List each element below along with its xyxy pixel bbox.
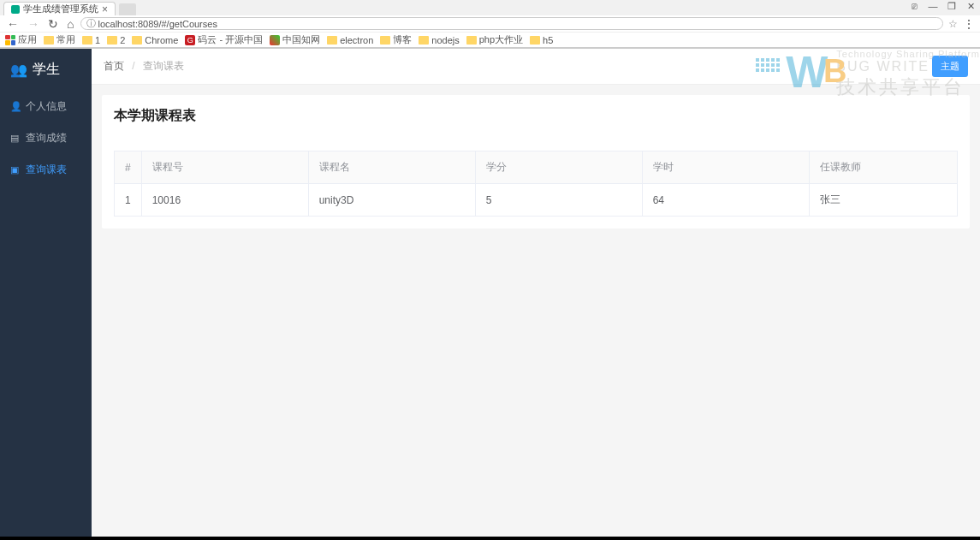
folder-icon — [107, 36, 117, 45]
bookmark-gitee[interactable]: G码云 - 开源中国 — [185, 33, 263, 46]
url-text: localhost:8089/#/getCourses — [98, 19, 217, 29]
td-course-no: 10016 — [141, 184, 308, 217]
bookmark-folder[interactable]: 1 — [82, 35, 100, 45]
sidebar-item-profile[interactable]: 👤 个人信息 — [0, 91, 92, 122]
folder-icon — [132, 36, 142, 45]
breadcrumb-current: 查询课表 — [143, 60, 184, 72]
account-icon[interactable]: ⎚ — [908, 2, 920, 10]
breadcrumb: 首页 / 查询课表 — [104, 59, 184, 74]
sidebar-title: 学生 — [33, 61, 60, 79]
forward-button[interactable]: → — [26, 17, 41, 31]
folder-icon — [327, 36, 337, 45]
maximize-icon[interactable]: ❐ — [946, 2, 958, 10]
user-icon: 👤 — [10, 101, 21, 112]
th-course-no: 课程号 — [141, 151, 308, 184]
breadcrumb-home[interactable]: 首页 — [104, 60, 124, 72]
td-hours: 64 — [642, 184, 809, 217]
url-bar[interactable]: ⓘ localhost:8089/#/getCourses — [80, 17, 943, 30]
td-teacher: 张三 — [809, 184, 957, 217]
breadcrumb-separator: / — [132, 60, 134, 72]
nav-label: 个人信息 — [26, 99, 67, 114]
cnki-icon — [270, 35, 280, 45]
bookmark-folder[interactable]: 2 — [107, 35, 125, 45]
bookmark-folder[interactable]: 常用 — [44, 33, 75, 46]
bookmark-folder[interactable]: electron — [327, 35, 373, 45]
th-teacher: 任课教师 — [809, 151, 957, 184]
course-card: 本学期课程表 # 课程号 课程名 学分 学时 任课教师 — [102, 95, 970, 228]
taskbar — [0, 537, 980, 540]
sidebar-header: 👥 学生 — [0, 49, 92, 91]
sidebar-item-grades[interactable]: ▤ 查询成绩 — [0, 122, 92, 154]
folder-icon — [44, 36, 54, 45]
menu-icon[interactable]: ⋮ — [963, 17, 975, 31]
bookmark-folder[interactable]: h5 — [530, 35, 553, 45]
td-course-name: unity3D — [308, 184, 475, 217]
folder-icon — [530, 36, 540, 45]
th-hours: 学时 — [642, 151, 809, 184]
bookmark-folder[interactable]: 博客 — [380, 33, 412, 46]
tab-title: 学生成绩管理系统 — [23, 3, 98, 15]
nav-label: 查询成绩 — [26, 131, 67, 145]
bookmark-folder[interactable]: nodejs — [419, 35, 459, 45]
bookmark-folder[interactable]: Chrome — [132, 35, 178, 45]
td-credit: 5 — [475, 184, 642, 217]
apps-label: 应用 — [18, 33, 37, 46]
folder-icon — [419, 36, 429, 45]
back-button[interactable]: ← — [5, 17, 21, 31]
sidebar: 👥 学生 👤 个人信息 ▤ 查询成绩 ▣ 查询课表 — [0, 49, 92, 540]
sidebar-item-courses[interactable]: ▣ 查询课表 — [0, 154, 92, 186]
folder-icon — [466, 36, 477, 45]
home-button[interactable]: ⌂ — [65, 17, 75, 31]
theme-button[interactable]: 主题 — [932, 56, 968, 77]
course-table: # 课程号 课程名 学分 学时 任课教师 1 10016 unity3D — [114, 151, 958, 217]
td-index: 1 — [115, 184, 142, 217]
bookmarks-bar: 应用 常用 1 2 Chrome G码云 - 开源中国 中国知网 electro… — [0, 33, 980, 48]
list-icon: ▤ — [10, 133, 21, 144]
tab-close-icon[interactable]: × — [102, 3, 108, 15]
th-index: # — [115, 151, 142, 184]
folder-icon — [82, 36, 92, 45]
nav-label: 查询课表 — [26, 163, 67, 177]
book-icon: ▣ — [10, 164, 21, 175]
favicon-icon — [11, 5, 20, 14]
table-row: 1 10016 unity3D 5 64 张三 — [115, 184, 958, 217]
bookmark-star-icon[interactable]: ☆ — [948, 18, 958, 30]
th-course-name: 课程名 — [308, 151, 475, 184]
bookmark-cnki[interactable]: 中国知网 — [270, 33, 320, 46]
apps-bookmark[interactable]: 应用 — [5, 33, 37, 46]
apps-icon — [5, 35, 15, 45]
users-icon: 👥 — [10, 62, 27, 78]
table-header-row: # 课程号 课程名 学分 学时 任课教师 — [115, 151, 958, 184]
th-credit: 学分 — [475, 151, 642, 184]
close-icon[interactable]: ✕ — [965, 2, 977, 10]
gitee-icon: G — [185, 35, 195, 45]
folder-icon — [380, 36, 390, 45]
card-title: 本学期课程表 — [114, 107, 958, 125]
bookmark-folder[interactable]: php大作业 — [466, 33, 523, 46]
new-tab-button[interactable] — [119, 3, 136, 15]
info-icon: ⓘ — [86, 17, 96, 30]
reload-button[interactable]: ↻ — [46, 17, 60, 31]
minimize-icon[interactable]: — — [927, 2, 939, 10]
browser-tab[interactable]: 学生成绩管理系统 × — [3, 2, 116, 15]
